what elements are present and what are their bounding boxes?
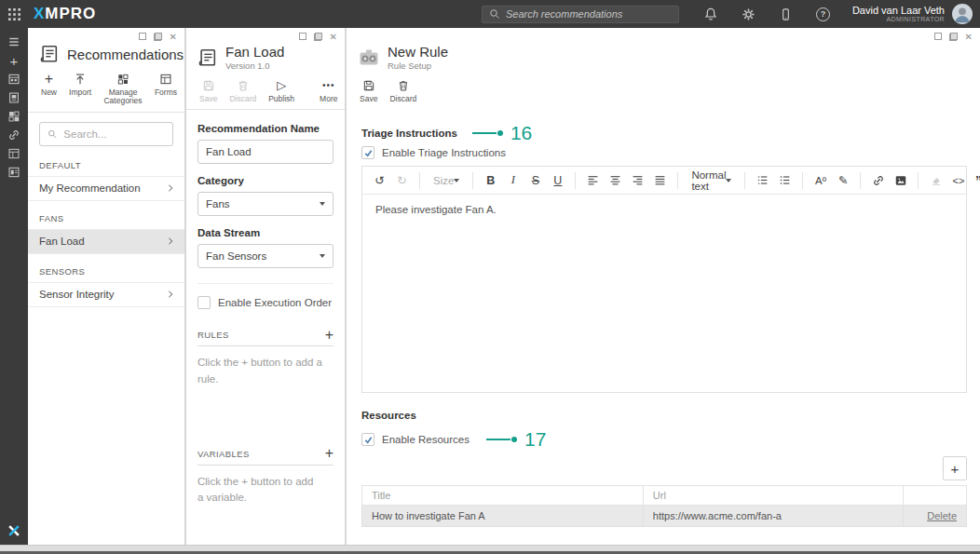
enable-execution-order-checkbox[interactable] bbox=[197, 296, 211, 309]
minimize-icon[interactable] bbox=[299, 33, 306, 40]
minimize-icon[interactable] bbox=[934, 33, 942, 40]
publish-button[interactable]: ▷Publish bbox=[268, 79, 294, 103]
discard-button[interactable]: Discard bbox=[229, 79, 256, 103]
forms-button[interactable]: Forms bbox=[155, 73, 177, 106]
minimize-icon[interactable] bbox=[139, 33, 146, 40]
enable-triage-instructions-checkbox[interactable] bbox=[361, 146, 374, 159]
eraser-icon bbox=[930, 174, 943, 187]
column-header-title: Title bbox=[362, 486, 644, 506]
blockquote-button[interactable]: ”” bbox=[971, 170, 980, 191]
restore-icon[interactable] bbox=[949, 33, 958, 41]
global-search[interactable] bbox=[482, 6, 679, 23]
recommendation-name-input[interactable] bbox=[197, 140, 333, 164]
delete-resource-link[interactable]: Delete bbox=[913, 510, 957, 521]
annotation-line bbox=[486, 439, 510, 440]
recommendation-search[interactable] bbox=[39, 122, 173, 146]
annotation-dot bbox=[511, 437, 517, 442]
logo-x: X bbox=[34, 5, 45, 22]
checkbox-label: Enable Execution Order bbox=[218, 297, 332, 308]
list-item-sensor-integrity[interactable]: Sensor Integrity bbox=[28, 282, 184, 307]
trash-icon bbox=[397, 79, 410, 92]
help-icon[interactable]: ? bbox=[816, 7, 830, 21]
recommendation-search-input[interactable] bbox=[63, 128, 165, 140]
rail-module-icon-2[interactable] bbox=[0, 88, 28, 107]
rail-module-icon-4[interactable] bbox=[0, 144, 28, 163]
rail-module-icon-1[interactable] bbox=[0, 70, 28, 88]
rail-link-icon[interactable] bbox=[0, 126, 28, 144]
restore-icon[interactable] bbox=[314, 33, 322, 41]
dropdown-caret-icon bbox=[320, 254, 325, 258]
paragraph-style-value: Normal text bbox=[691, 169, 726, 192]
panel-subtitle: Version 1.0 bbox=[225, 61, 284, 71]
discard-button[interactable]: Discard bbox=[389, 79, 416, 103]
hamburger-menu-icon[interactable] bbox=[0, 33, 28, 51]
publish-icon: ▷ bbox=[277, 79, 286, 92]
user-name: David van Laar Veth bbox=[852, 5, 945, 17]
more-button[interactable]: •••More bbox=[320, 79, 337, 103]
triage-rich-text-editor: ↺ ↻ Size B I S U bbox=[361, 166, 967, 393]
add-resource-button[interactable]: + bbox=[943, 456, 967, 480]
eraser-button[interactable] bbox=[926, 170, 946, 191]
new-rule-panel-header: ✕ New Rule Rule Setup Save Discard bbox=[347, 28, 980, 109]
recommendations-panel-header: ✕ Recommendations +New Import Manage Cat… bbox=[28, 28, 184, 113]
global-search-input[interactable] bbox=[506, 8, 672, 20]
code-button[interactable]: <> bbox=[948, 170, 968, 191]
app-launcher-icon[interactable] bbox=[0, 0, 28, 28]
resources-table: Title Url How to investigate Fan A https… bbox=[361, 485, 967, 527]
paragraph-style-select[interactable]: Normal text bbox=[686, 170, 737, 191]
align-right-button[interactable] bbox=[628, 170, 647, 191]
list-group-header: DEFAULT bbox=[28, 148, 184, 176]
close-icon[interactable]: ✕ bbox=[965, 33, 973, 41]
restore-icon[interactable] bbox=[154, 33, 162, 41]
add-variable-button[interactable]: + bbox=[325, 449, 333, 458]
insert-image-button[interactable] bbox=[891, 170, 910, 191]
align-center-button[interactable] bbox=[606, 170, 625, 191]
user-info: David van Laar Veth ADMINISTRATOR bbox=[852, 5, 945, 24]
align-left-button[interactable] bbox=[583, 170, 603, 191]
ordered-list-button[interactable] bbox=[753, 170, 772, 191]
save-button[interactable]: Save bbox=[199, 79, 217, 103]
redo-button[interactable]: ↻ bbox=[392, 170, 412, 191]
align-center-icon bbox=[609, 174, 621, 186]
import-button[interactable]: Import bbox=[69, 73, 91, 106]
add-rule-button[interactable]: + bbox=[325, 331, 333, 340]
data-stream-value: Fan Sensors bbox=[206, 250, 266, 262]
rail-module-icon-3[interactable] bbox=[0, 107, 28, 126]
manage-categories-button[interactable]: Manage Categories bbox=[103, 73, 143, 106]
bullet-list-button[interactable] bbox=[775, 170, 795, 191]
category-select[interactable]: Fans bbox=[197, 192, 333, 216]
recommendation-icon bbox=[197, 47, 218, 68]
undo-button[interactable]: ↺ bbox=[370, 170, 389, 191]
highlight-pen-button[interactable]: ✎ bbox=[833, 170, 852, 191]
xmpro-logo: XMPRO bbox=[34, 5, 96, 23]
rail-module-icon-5[interactable] bbox=[0, 163, 28, 182]
user-avatar[interactable] bbox=[952, 4, 973, 24]
notifications-bell-icon[interactable] bbox=[703, 7, 718, 21]
strikethrough-button[interactable]: S bbox=[525, 170, 545, 191]
settings-gear-icon[interactable] bbox=[742, 7, 755, 21]
close-icon[interactable]: ✕ bbox=[330, 33, 337, 41]
toolbar-separator bbox=[918, 172, 919, 189]
divider bbox=[197, 283, 333, 284]
text-color-button[interactable]: Aº bbox=[810, 170, 830, 191]
list-item-fan-load[interactable]: Fan Load bbox=[28, 229, 184, 254]
rail-add-icon[interactable]: + bbox=[0, 51, 28, 70]
underline-button[interactable]: U bbox=[548, 170, 567, 191]
bold-button[interactable]: B bbox=[481, 170, 500, 191]
close-icon[interactable]: ✕ bbox=[170, 33, 177, 41]
triage-editor-content[interactable]: Please investigate Fan A. bbox=[362, 195, 966, 392]
save-button[interactable]: Save bbox=[360, 79, 377, 103]
list-item-label: Fan Load bbox=[39, 236, 85, 247]
new-button[interactable]: +New bbox=[41, 73, 57, 106]
italic-button[interactable]: I bbox=[503, 170, 523, 191]
check-icon bbox=[363, 435, 374, 445]
data-stream-select[interactable]: Fan Sensors bbox=[197, 244, 333, 268]
font-size-select[interactable]: Size bbox=[428, 170, 465, 191]
tool-label: Discard bbox=[229, 95, 256, 103]
list-item-my-recommendation[interactable]: My Recommendation bbox=[28, 176, 184, 201]
mobile-device-icon[interactable] bbox=[779, 7, 793, 21]
justify-button[interactable] bbox=[650, 170, 670, 191]
list-item-label: Sensor Integrity bbox=[39, 289, 115, 300]
enable-resources-checkbox[interactable] bbox=[361, 433, 374, 446]
insert-link-button[interactable] bbox=[868, 170, 888, 191]
